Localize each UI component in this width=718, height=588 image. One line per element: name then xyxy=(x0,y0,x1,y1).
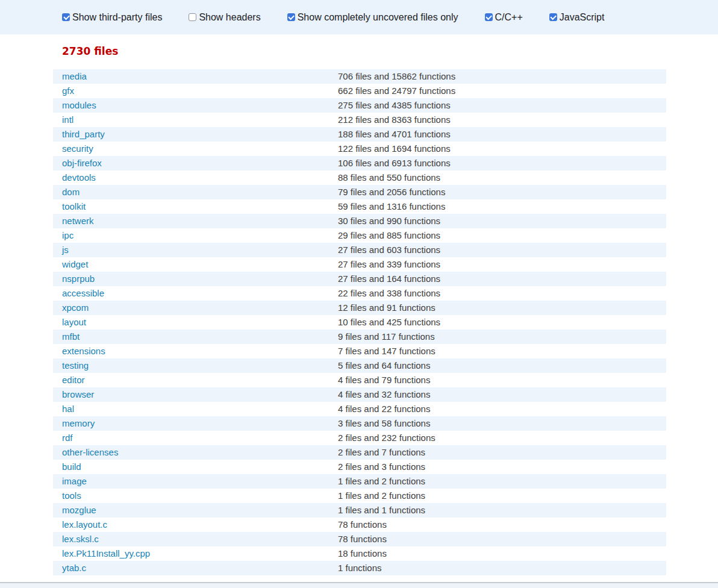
directory-link[interactable]: xpcom xyxy=(62,302,89,313)
checkbox-label: C/C++ xyxy=(495,12,523,23)
directory-link[interactable]: ytab.c xyxy=(62,563,86,573)
directory-link[interactable]: rdf xyxy=(62,433,73,443)
checkbox-group: Show completely uncovered files only xyxy=(287,12,458,23)
directory-link[interactable]: mozglue xyxy=(62,505,96,515)
table-row: media 706 files and 15862 functions xyxy=(53,69,666,84)
directory-link[interactable]: other-licenses xyxy=(62,447,118,457)
checkbox-label: JavaScript xyxy=(560,12,605,23)
directory-link[interactable]: netwerk xyxy=(62,216,94,226)
directory-link[interactable]: build xyxy=(62,461,81,472)
directory-link[interactable]: mfbt xyxy=(62,331,80,342)
directory-link[interactable]: hal xyxy=(62,404,74,414)
directory-link[interactable]: lex.layout.c xyxy=(62,519,107,530)
directory-link[interactable]: third_party xyxy=(62,129,105,139)
table-row: obj-firefox 106 files and 6913 functions xyxy=(53,156,666,170)
table-row: netwerk 30 files and 990 functions xyxy=(53,214,666,228)
directory-link[interactable]: image xyxy=(62,476,87,486)
file-function-stats: 10 files and 425 functions xyxy=(329,315,666,330)
table-row: nsprpub 27 files and 164 functions xyxy=(53,272,666,286)
file-function-stats: 1 files and 2 functions xyxy=(329,474,666,489)
file-function-stats: 212 files and 8363 functions xyxy=(329,113,666,127)
file-function-stats: 7 files and 147 functions xyxy=(329,344,666,358)
file-function-stats: 22 files and 338 functions xyxy=(329,286,666,301)
checked-checkbox-icon[interactable] xyxy=(62,13,70,21)
footer-bar xyxy=(0,582,718,588)
checkbox-group: JavaScript xyxy=(549,12,605,23)
file-function-stats: 27 files and 603 functions xyxy=(329,243,666,257)
table-row: lex.layout.c 78 functions xyxy=(53,518,666,532)
table-row: editor 4 files and 79 functions xyxy=(53,373,666,387)
directory-link[interactable]: lex.Pk11Install_yy.cpp xyxy=(62,548,150,558)
checkbox-label: Show headers xyxy=(199,12,260,23)
table-row: extensions 7 files and 147 functions xyxy=(53,344,666,358)
directory-link[interactable]: js xyxy=(62,245,69,255)
directory-link[interactable]: toolkit xyxy=(62,201,86,211)
directory-link[interactable]: nsprpub xyxy=(62,274,95,284)
table-row: toolkit 59 files and 1316 functions xyxy=(53,199,666,214)
table-row: other-licenses 2 files and 7 functions xyxy=(53,445,666,460)
table-row: modules 275 files and 4385 functions xyxy=(53,98,666,113)
table-row: tools 1 files and 2 functions xyxy=(53,489,666,503)
file-function-stats: 30 files and 990 functions xyxy=(329,214,666,228)
checked-checkbox-icon[interactable] xyxy=(549,13,557,21)
checkbox-group: Show headers xyxy=(189,12,260,23)
file-function-stats: 79 files and 2056 functions xyxy=(329,185,666,199)
checked-checkbox-icon[interactable] xyxy=(287,13,295,21)
directory-link[interactable]: devtools xyxy=(62,172,96,183)
table-row: xpcom 12 files and 91 functions xyxy=(53,301,666,315)
table-row: js 27 files and 603 functions xyxy=(53,243,666,257)
directory-link[interactable]: widget xyxy=(62,259,88,269)
table-row: ipc 29 files and 885 functions xyxy=(53,228,666,243)
file-function-stats: 18 functions xyxy=(329,546,666,561)
file-function-stats: 1 files and 2 functions xyxy=(329,489,666,503)
file-function-stats: 188 files and 4701 functions xyxy=(329,127,666,142)
directory-link[interactable]: dom xyxy=(62,187,80,197)
file-function-stats: 106 files and 6913 functions xyxy=(329,156,666,170)
directory-link[interactable]: modules xyxy=(62,100,96,110)
file-function-stats: 78 functions xyxy=(329,532,666,546)
checked-checkbox-icon[interactable] xyxy=(485,13,493,21)
directory-link[interactable]: memory xyxy=(62,418,95,428)
coverage-table: media 706 files and 15862 functions gfx … xyxy=(53,69,666,575)
checkbox-label: Show completely uncovered files only xyxy=(298,12,458,23)
directory-link[interactable]: editor xyxy=(62,375,85,385)
file-function-stats: 9 files and 117 functions xyxy=(329,330,666,344)
unchecked-checkbox-icon[interactable] xyxy=(189,13,196,21)
file-function-stats: 12 files and 91 functions xyxy=(329,301,666,315)
directory-link[interactable]: browser xyxy=(62,389,94,399)
directory-link[interactable]: accessible xyxy=(62,288,104,298)
directory-link[interactable]: tools xyxy=(62,490,81,501)
directory-link[interactable]: layout xyxy=(62,317,86,327)
file-function-stats: 27 files and 339 functions xyxy=(329,257,666,272)
table-row: layout 10 files and 425 functions xyxy=(53,315,666,330)
file-function-stats: 78 functions xyxy=(329,518,666,532)
file-function-stats: 2 files and 3 functions xyxy=(329,460,666,474)
table-row: image 1 files and 2 functions xyxy=(53,474,666,489)
directory-link[interactable]: extensions xyxy=(62,346,105,356)
directory-link[interactable]: lex.sksl.c xyxy=(62,534,99,544)
file-function-stats: 88 files and 550 functions xyxy=(329,170,666,185)
directory-link[interactable]: obj-firefox xyxy=(62,158,102,168)
file-function-stats: 2 files and 232 functions xyxy=(329,431,666,445)
table-row: hal 4 files and 22 functions xyxy=(53,402,666,416)
directory-link[interactable]: security xyxy=(62,143,93,154)
directory-link[interactable]: intl xyxy=(62,114,73,125)
table-row: security 122 files and 1694 functions xyxy=(53,142,666,156)
directory-link[interactable]: ipc xyxy=(62,230,73,240)
table-row: widget 27 files and 339 functions xyxy=(53,257,666,272)
directory-link[interactable]: gfx xyxy=(62,86,74,96)
table-row: lex.sksl.c 78 functions xyxy=(53,532,666,546)
file-function-stats: 27 files and 164 functions xyxy=(329,272,666,286)
table-row: testing 5 files and 64 functions xyxy=(53,358,666,373)
file-function-stats: 5 files and 64 functions xyxy=(329,358,666,373)
checkbox-group: Show third-party files xyxy=(62,12,162,23)
table-row: accessible 22 files and 338 functions xyxy=(53,286,666,301)
file-function-stats: 275 files and 4385 functions xyxy=(329,98,666,113)
table-row: memory 3 files and 58 functions xyxy=(53,416,666,431)
table-row: rdf 2 files and 232 functions xyxy=(53,431,666,445)
checkbox-label: Show third-party files xyxy=(72,12,162,23)
directory-link[interactable]: testing xyxy=(62,360,89,371)
table-row: build 2 files and 3 functions xyxy=(53,460,666,474)
directory-link[interactable]: media xyxy=(62,71,87,81)
file-function-stats: 2 files and 7 functions xyxy=(329,445,666,460)
